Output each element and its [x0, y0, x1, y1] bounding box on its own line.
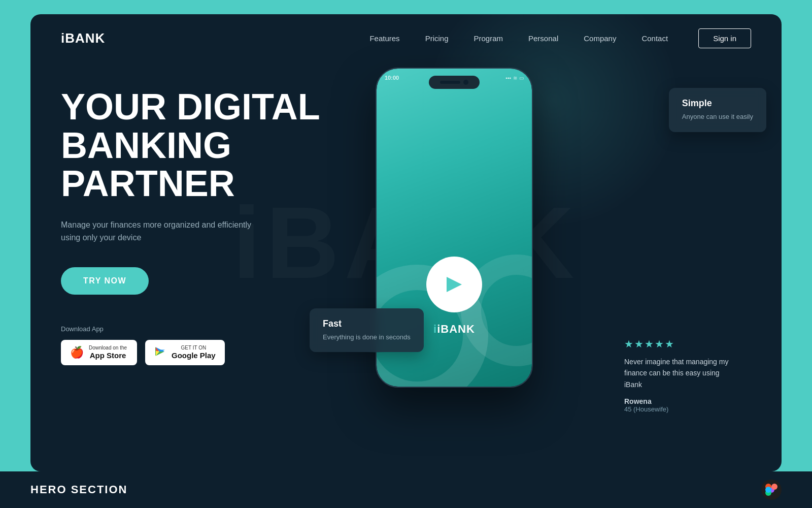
- play-store-sub: GET IT ON: [172, 345, 216, 351]
- logo[interactable]: iBANK: [61, 30, 105, 46]
- app-store-button[interactable]: 🍎 Download on the App Store: [61, 340, 137, 365]
- download-section: Download App 🍎 Download on the App Store: [61, 325, 345, 365]
- battery-icon: ▭: [519, 75, 524, 81]
- app-store-sub: Download on the: [89, 345, 127, 351]
- app-store-main: App Store: [89, 351, 127, 360]
- try-now-button[interactable]: TRY NOW: [61, 267, 149, 295]
- page-wrapper: iBANK iBANK Features Pricing Program Per…: [0, 0, 812, 508]
- phone-logo-area: iiBANK: [426, 257, 482, 336]
- app-store-text: Download on the App Store: [89, 345, 127, 360]
- logo-prefix: i: [61, 30, 65, 46]
- svg-point-7: [765, 487, 771, 493]
- nav-company[interactable]: Company: [584, 34, 616, 43]
- svg-point-5: [771, 484, 777, 490]
- nav-features[interactable]: Features: [369, 34, 399, 43]
- logo-suffix: BANK: [65, 30, 105, 46]
- phone-arrow-icon: [442, 272, 467, 297]
- nav-links: Features Pricing Program Personal Compan…: [369, 34, 668, 43]
- review-descriptor: 45 (Housewife): [624, 405, 736, 413]
- review-stars: ★★★★★: [624, 338, 736, 350]
- card-simple: Simple Anyone can use it easily: [669, 88, 766, 132]
- svg-marker-1: [447, 277, 462, 292]
- hero-title-line3: PARTNER: [61, 163, 235, 204]
- hero-right: 10:00 ▪▪▪ ≋ ▭: [345, 73, 751, 454]
- phone-status-icons: ▪▪▪ ≋ ▭: [505, 75, 524, 81]
- phone-logo-circle: [426, 257, 482, 312]
- nav-personal[interactable]: Personal: [528, 34, 558, 43]
- bottom-label: HERO SECTION: [30, 483, 127, 496]
- phone-time: 10:00: [385, 75, 399, 81]
- main-card: iBANK iBANK Features Pricing Program Per…: [30, 14, 782, 471]
- bottom-bar: HERO SECTION: [0, 471, 812, 508]
- play-store-main: Google Play: [172, 351, 216, 360]
- nav-program[interactable]: Program: [473, 34, 503, 43]
- review-card: ★★★★★ Never imagine that managing my fin…: [624, 338, 736, 413]
- phone-speaker: [440, 81, 460, 84]
- hero-left: YOUR DIGITAL BANKING PARTNER Manage your…: [61, 73, 345, 454]
- hero-title-line1: YOUR DIGITAL: [61, 86, 320, 127]
- apple-icon: 🍎: [70, 346, 84, 359]
- nav-pricing[interactable]: Pricing: [425, 34, 449, 43]
- signal-icon: ▪▪▪: [505, 75, 511, 81]
- review-author: Rowena: [624, 397, 736, 405]
- hero-section: YOUR DIGITAL BANKING PARTNER Manage your…: [30, 62, 782, 471]
- card-simple-description: Anyone can use it easily: [682, 112, 753, 122]
- phone-brand: iiBANK: [426, 323, 482, 336]
- google-play-button[interactable]: GET IT ON Google Play: [145, 340, 225, 365]
- card-simple-title: Simple: [682, 98, 753, 109]
- play-store-icon: [154, 345, 166, 359]
- navbar: iBANK Features Pricing Program Personal …: [30, 14, 782, 62]
- download-label: Download App: [61, 325, 345, 333]
- hero-title: YOUR DIGITAL BANKING PARTNER: [61, 88, 345, 203]
- phone-status-bar: 10:00 ▪▪▪ ≋ ▭: [385, 75, 524, 81]
- review-text: Never imagine that managing my finance c…: [624, 356, 736, 390]
- hero-subtitle: Manage your finances more organized and …: [61, 218, 254, 244]
- store-buttons: 🍎 Download on the App Store: [61, 340, 345, 365]
- nav-contact[interactable]: Contact: [641, 34, 668, 43]
- wifi-icon: ≋: [513, 75, 517, 81]
- play-store-text: GET IT ON Google Play: [172, 345, 216, 360]
- figma-icon: [761, 480, 782, 500]
- hero-title-line2: BANKING: [61, 125, 231, 166]
- sign-in-button[interactable]: Sign in: [698, 28, 751, 48]
